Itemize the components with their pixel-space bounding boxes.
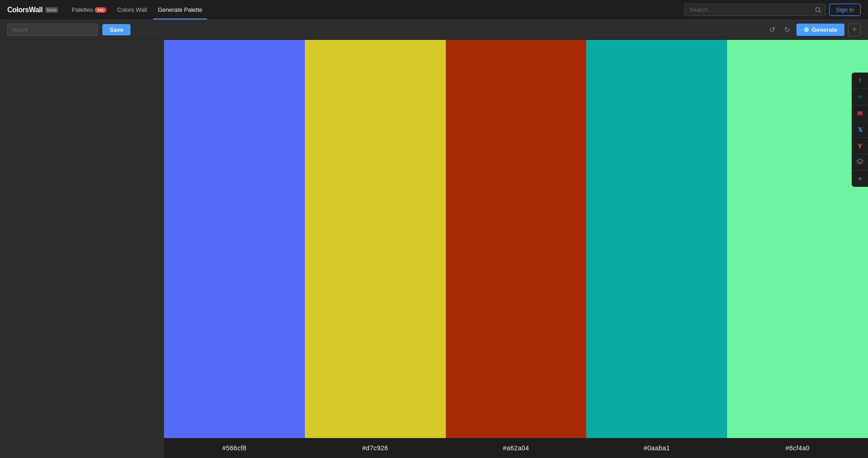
color-strip-4: #0aaba1 xyxy=(586,40,727,458)
linkedin-icon: in xyxy=(858,94,862,99)
nav-generate-palette[interactable]: Generate Palette xyxy=(153,0,207,19)
search-input[interactable] xyxy=(685,4,811,15)
search-icon xyxy=(815,7,821,13)
color-label-3: #a62a04 xyxy=(446,438,587,458)
color-strip-2: #d7c926 xyxy=(305,40,446,458)
color-block-4[interactable] xyxy=(586,40,727,438)
social-sidebar: f in ✉ 𝕏 Y + xyxy=(852,73,868,187)
yc-icon: Y xyxy=(858,142,862,150)
undo-button[interactable]: ↺ xyxy=(767,24,778,36)
palettes-count-badge: 241 xyxy=(95,7,106,13)
color-block-3[interactable] xyxy=(446,40,587,438)
palette-area: #566cf8 #d7c926 #a62a04 #0aaba1 #6cf4a0 xyxy=(0,40,868,458)
nav-generate-palette-label: Generate Palette xyxy=(158,6,202,13)
color-block-1[interactable] xyxy=(164,40,305,438)
svg-line-1 xyxy=(820,11,821,13)
pocket-icon: ✉ xyxy=(857,110,863,117)
add-color-button[interactable]: + xyxy=(848,24,861,36)
header: ColorsWall beta Palettes 241 Colors Wall… xyxy=(0,0,868,20)
color-label-2: #d7c926 xyxy=(305,438,446,458)
color-strip-1: #566cf8 xyxy=(164,40,305,458)
nav-colors-wall-label: Colors Wall xyxy=(117,6,147,13)
generate-label: Generate xyxy=(812,26,837,33)
search-container xyxy=(684,4,825,16)
layers-icon xyxy=(856,158,863,166)
nav-palettes-label: Palettes xyxy=(72,6,93,13)
nav-palettes[interactable]: Palettes 241 xyxy=(67,0,111,19)
social-pocket[interactable]: ✉ xyxy=(852,105,868,122)
color-label-5: #6cf4a0 xyxy=(727,438,868,458)
more-icon: + xyxy=(858,175,862,182)
left-empty-area xyxy=(0,40,164,458)
color-label-1: #566cf8 xyxy=(164,438,305,458)
palette-name-input[interactable] xyxy=(7,24,98,36)
header-right: Sign in xyxy=(684,4,861,16)
search-button[interactable] xyxy=(811,5,825,15)
redo-button[interactable]: ↻ xyxy=(781,24,793,36)
color-strips: #566cf8 #d7c926 #a62a04 #0aaba1 #6cf4a0 xyxy=(164,40,868,458)
sign-in-button[interactable]: Sign in xyxy=(829,4,861,16)
color-block-5[interactable] xyxy=(727,40,868,438)
social-twitter[interactable]: 𝕏 xyxy=(852,122,868,138)
social-layers[interactable] xyxy=(852,154,868,171)
social-facebook[interactable]: f xyxy=(852,73,868,89)
nav: Palettes 241 Colors Wall Generate Palett… xyxy=(67,0,207,19)
facebook-icon: f xyxy=(859,77,861,84)
toolbar-right: ↺ ↻ ⚙ Generate + xyxy=(767,24,861,36)
logo-area: ColorsWall beta xyxy=(7,6,58,14)
color-block-2[interactable] xyxy=(305,40,446,438)
toolbar: Save ↺ ↻ ⚙ Generate + xyxy=(0,20,868,40)
color-label-4: #0aaba1 xyxy=(586,438,727,458)
logo-text: ColorsWall xyxy=(7,6,43,14)
save-button[interactable]: Save xyxy=(102,24,130,35)
beta-badge: beta xyxy=(45,7,58,13)
nav-colors-wall[interactable]: Colors Wall xyxy=(113,0,152,19)
twitter-icon: 𝕏 xyxy=(858,126,863,133)
generate-button[interactable]: ⚙ Generate xyxy=(796,24,844,36)
color-strip-5: #6cf4a0 xyxy=(727,40,868,458)
social-linkedin[interactable]: in xyxy=(852,89,868,105)
generate-icon: ⚙ xyxy=(804,26,809,33)
social-yc[interactable]: Y xyxy=(852,138,868,154)
color-strip-3: #a62a04 xyxy=(446,40,587,458)
social-more[interactable]: + xyxy=(852,171,868,187)
